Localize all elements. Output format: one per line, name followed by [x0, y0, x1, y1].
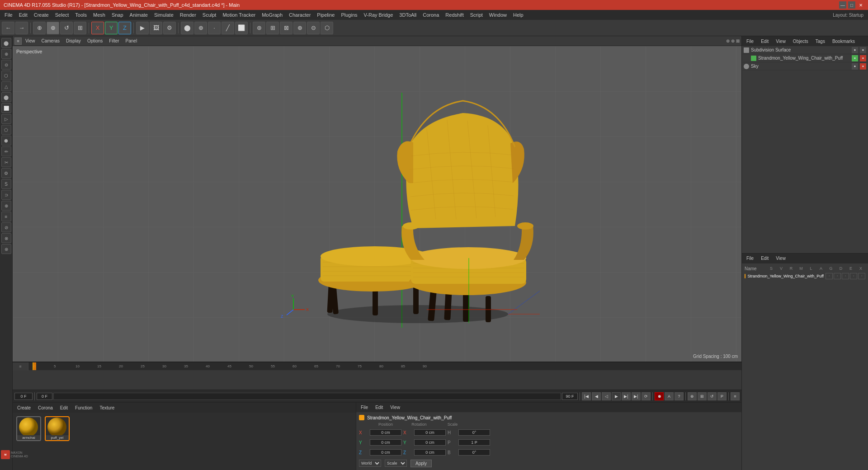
model-tool[interactable]: ⬤ [1, 38, 11, 48]
menu-vray[interactable]: V-Ray Bridge [361, 11, 396, 19]
menu-pipeline[interactable]: Pipeline [314, 11, 337, 19]
enable-axis-button[interactable]: ⊕ [293, 22, 306, 34]
mat-corona-btn[interactable]: Corona [35, 405, 56, 411]
menu-snap[interactable]: Snap [109, 11, 126, 19]
timeline-menu-icon[interactable]: ≡ [13, 362, 28, 371]
timeline-scrubber[interactable] [53, 393, 561, 400]
plus-tool[interactable]: ⊕ [1, 201, 11, 211]
obj-vis-btn[interactable]: ● [852, 47, 858, 53]
frame-start-input[interactable] [37, 393, 52, 400]
redo-button[interactable]: → [15, 22, 28, 34]
y-axis-button[interactable]: Y [105, 22, 118, 34]
pencil-tool[interactable]: ✏ [1, 146, 11, 156]
obj-toggle-l[interactable]: · [858, 273, 865, 279]
edges-mode-button[interactable]: ╱ [222, 22, 234, 34]
more-options-button[interactable]: ≡ [731, 392, 740, 400]
obj-bookmarks-btn[interactable]: Bookmarks [830, 38, 858, 44]
key-param-button[interactable]: P [717, 392, 726, 400]
no-tool[interactable]: ⊘ [1, 222, 11, 232]
goto-start-button[interactable]: |◀ [582, 392, 591, 400]
vp-panel-btn[interactable]: Panel [123, 38, 140, 44]
z-axis-button[interactable]: Z [118, 22, 131, 34]
paint-tool[interactable]: ⊝ [1, 60, 11, 70]
mat-edit-btn[interactable]: Edit [57, 405, 71, 411]
attr-coord-system[interactable]: World Object [359, 460, 381, 467]
frame-end-input[interactable] [562, 393, 578, 400]
hex-tool[interactable]: ⬢ [1, 136, 11, 146]
obj-sky-render[interactable]: ● [860, 63, 866, 70]
menu-tool[interactable]: ≡ [1, 212, 11, 221]
attr-y-pos[interactable] [370, 439, 401, 446]
select-tool[interactable]: ⊃ [1, 190, 11, 200]
gear-tool[interactable]: ⊛ [1, 244, 11, 254]
key-move-button[interactable]: ⊕ [688, 392, 697, 400]
vp-display-btn[interactable]: Display [63, 38, 84, 44]
menu-file[interactable]: File [2, 11, 15, 19]
attr-view-btn[interactable]: View [387, 404, 403, 410]
model-mode-button[interactable]: ⬤ [181, 22, 193, 34]
viewport-menu-icon[interactable]: ≡ [14, 38, 22, 45]
render-active-view-button[interactable]: ▶ [136, 22, 149, 34]
obj-strandmon-vis[interactable]: ● [852, 55, 858, 61]
auto-key-button[interactable]: A [665, 392, 674, 400]
mat-create-btn[interactable]: Create [14, 405, 33, 411]
points-mode-button[interactable]: · [208, 22, 221, 34]
snap-button[interactable]: ⊛ [253, 22, 265, 34]
undo-button[interactable]: ← [2, 22, 14, 34]
menu-redshift[interactable]: Redshift [443, 11, 466, 19]
step-back-button[interactable]: ◀ [592, 392, 601, 400]
object-axis-button[interactable]: ⊕ [194, 22, 207, 34]
attr-b-val[interactable] [458, 449, 490, 456]
spline-tool[interactable]: ⬠ [1, 125, 11, 135]
circle-tool[interactable]: ⬤ [1, 92, 11, 102]
menu-animate[interactable]: Animate [127, 11, 151, 19]
obj-strandmon-render[interactable]: ● [860, 55, 866, 61]
obj-toggle-m[interactable]: · [850, 273, 857, 279]
menu-tools[interactable]: Tools [72, 11, 90, 19]
attr-mode-select[interactable]: Scale Move Rotate [385, 460, 407, 467]
live-selection-button[interactable]: ⊕ [33, 22, 46, 34]
attr-apply-button[interactable]: Apply [410, 460, 432, 467]
polygons-mode-button[interactable]: ⬜ [235, 22, 248, 34]
menu-mesh[interactable]: Mesh [90, 11, 108, 19]
edit-render-settings-button[interactable]: ⚙ [163, 22, 176, 34]
menu-motion-tracker[interactable]: Motion Tracker [220, 11, 258, 19]
goto-end-button[interactable]: ▶| [632, 392, 641, 400]
object-snap-button[interactable]: ⊞ [266, 22, 279, 34]
mat-function-btn[interactable]: Function [72, 405, 95, 411]
obj-name-attr-row[interactable]: Strandmon_Yellow_Wing_Chair_with_Puff · … [745, 273, 865, 279]
menu-create[interactable]: Create [31, 11, 52, 19]
loop-button[interactable]: ⟳ [642, 392, 651, 400]
obj-objects-btn[interactable]: Objects [790, 38, 811, 44]
maximize-button[interactable]: □ [848, 1, 855, 9]
rotate-button[interactable]: ↺ [60, 22, 73, 34]
obj-edit-btn[interactable]: Edit [758, 38, 771, 44]
obj-sky[interactable]: Sky ● ● [742, 62, 868, 70]
menu-corona[interactable]: Corona [420, 11, 442, 19]
floor-button[interactable]: ⊝ [307, 22, 320, 34]
triangle-tool[interactable]: △ [1, 81, 11, 91]
key-all-button[interactable]: ? [675, 392, 684, 400]
menu-mograph[interactable]: MoGraph [259, 11, 285, 19]
material-puff[interactable]: puff_yel [45, 416, 70, 441]
record-button[interactable]: ⏺ [655, 392, 664, 400]
key-scale-button[interactable]: ⊞ [698, 392, 707, 400]
menu-simulate[interactable]: Simulate [151, 11, 176, 19]
scale-button[interactable]: ⊞ [74, 22, 86, 34]
close-button[interactable]: ✕ [857, 1, 864, 9]
obj-attr-file-btn[interactable]: File [744, 255, 756, 261]
menu-sculpt[interactable]: Sculpt [200, 11, 219, 19]
x-axis-button[interactable]: X [91, 22, 104, 34]
attr-z-rot[interactable] [414, 449, 446, 456]
current-frame-input[interactable] [14, 393, 33, 400]
cut-tool[interactable]: ✂ [1, 157, 11, 167]
menu-3dtoall[interactable]: 3DToAll [396, 11, 419, 19]
step-forward-button[interactable]: ▶| [622, 392, 631, 400]
menu-edit[interactable]: Edit [16, 11, 30, 19]
menu-character[interactable]: Character [286, 11, 313, 19]
obj-file-btn[interactable]: File [744, 38, 756, 44]
menu-help[interactable]: Help [510, 11, 526, 19]
material-armchair[interactable]: armchai [16, 416, 41, 441]
menu-script[interactable]: Script [467, 11, 486, 19]
obj-tags-btn[interactable]: Tags [813, 38, 828, 44]
